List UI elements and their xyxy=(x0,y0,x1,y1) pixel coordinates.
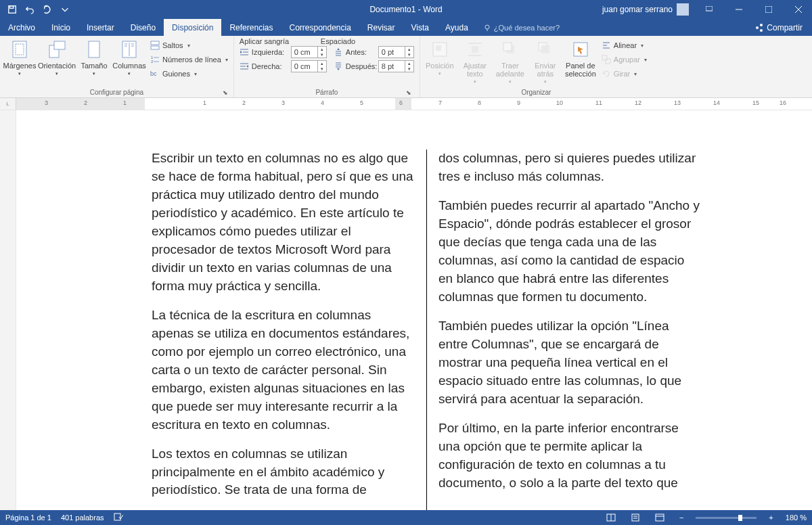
paragraph: También puedes utilizar la opción "Línea… xyxy=(438,317,701,409)
hyphenation-button[interactable]: bcGuiones xyxy=(148,67,231,81)
minimize-button[interactable] xyxy=(725,0,752,19)
svg-rect-1 xyxy=(10,6,14,9)
paragraph: La técnica de la escritura en columnas a… xyxy=(152,306,414,434)
indent-left-label: Izquierda: xyxy=(252,48,288,56)
bring-forward-icon xyxy=(499,39,521,60)
rotate-icon xyxy=(602,69,611,78)
zoom-out-button[interactable]: − xyxy=(677,513,686,522)
tab-layout[interactable]: Disposición xyxy=(164,19,221,36)
title-bar: Documento1 - Word juan gomar serrano xyxy=(0,0,812,19)
svg-rect-63 xyxy=(656,514,664,521)
columns-icon xyxy=(118,39,140,60)
space-after-label: Después: xyxy=(346,62,376,70)
ribbon: Márgenes▾ Orientación▾ Tamaño▾ Columnas▾… xyxy=(0,36,812,98)
redo-button[interactable] xyxy=(39,1,55,18)
column-1[interactable]: Escribir un texto en columnas no es algo… xyxy=(152,150,414,510)
tab-file[interactable]: Archivo xyxy=(0,19,43,36)
zoom-slider[interactable] xyxy=(696,517,757,519)
line-numbers-icon: 12 xyxy=(150,55,160,64)
column-2[interactable]: dos columnas, pero si quieres puedes uti… xyxy=(438,150,701,510)
svg-rect-56 xyxy=(606,59,610,64)
size-button[interactable]: Tamaño▾ xyxy=(77,37,111,76)
svg-rect-43 xyxy=(436,45,441,51)
tab-home[interactable]: Inicio xyxy=(43,19,78,36)
read-mode-button[interactable] xyxy=(604,511,618,524)
svg-rect-16 xyxy=(89,41,99,58)
margins-button[interactable]: Márgenes▾ xyxy=(3,37,37,76)
tab-view[interactable]: Vista xyxy=(403,19,437,36)
align-icon xyxy=(602,41,611,50)
tab-design[interactable]: Diseño xyxy=(122,19,164,36)
window-title: Documento1 - Word xyxy=(369,5,442,14)
indent-header: Aplicar sangría xyxy=(240,37,321,45)
svg-rect-23 xyxy=(151,41,159,45)
undo-button[interactable] xyxy=(22,1,38,18)
zoom-level[interactable]: 180 % xyxy=(786,513,807,522)
horizontal-ruler[interactable]: L 32112345678910111213141516 xyxy=(0,98,812,110)
svg-point-9 xyxy=(756,26,759,29)
spell-check-icon[interactable] xyxy=(114,513,123,522)
svg-text:bc: bc xyxy=(150,70,157,77)
group-label-paragraph: Párrafo⬊ xyxy=(240,88,414,97)
close-button[interactable] xyxy=(785,0,812,19)
group-label-arrange: Organizar xyxy=(423,88,650,97)
avatar xyxy=(677,3,689,16)
quick-access-toolbar xyxy=(0,1,73,18)
svg-rect-2 xyxy=(706,6,713,11)
spacing-header: Espaciado xyxy=(321,37,355,45)
ribbon-options-button[interactable] xyxy=(696,0,723,19)
tab-insert[interactable]: Insertar xyxy=(78,19,122,36)
ruler-corner: L xyxy=(0,98,16,110)
indent-left-input[interactable]: 0 cm▲▼ xyxy=(291,46,327,58)
paragraph: También puedes recurrir al apartado "Anc… xyxy=(438,197,701,306)
vertical-ruler[interactable] xyxy=(0,110,16,510)
svg-rect-4 xyxy=(765,6,772,13)
user-account[interactable]: juan gomar serrano xyxy=(598,3,693,16)
space-after-input[interactable]: 8 pt▲▼ xyxy=(378,60,414,72)
indent-right-icon xyxy=(240,62,249,71)
svg-point-10 xyxy=(760,24,763,26)
line-numbers-button[interactable]: 12Números de línea xyxy=(148,53,231,66)
paragraph-launcher[interactable]: ⬊ xyxy=(406,89,411,96)
space-before-input[interactable]: 0 pt▲▼ xyxy=(378,46,414,58)
group-arrange: Posición▾ Ajustar texto▾ Traer adelante▾… xyxy=(420,36,652,97)
share-button[interactable]: Compartir xyxy=(745,19,812,36)
zoom-in-button[interactable]: + xyxy=(766,513,775,522)
svg-point-11 xyxy=(760,29,763,32)
selection-pane-icon xyxy=(570,39,591,60)
print-layout-button[interactable] xyxy=(628,511,643,524)
ribbon-tabs: Archivo Inicio Insertar Diseño Disposici… xyxy=(0,19,812,36)
page-indicator[interactable]: Página 1 de 1 xyxy=(5,513,51,522)
svg-rect-24 xyxy=(151,46,159,49)
qat-customize-button[interactable] xyxy=(57,1,73,18)
send-backward-icon xyxy=(535,39,556,60)
columns-button[interactable]: Columnas▾ xyxy=(112,37,146,76)
tab-references[interactable]: Referencias xyxy=(221,19,281,36)
svg-rect-55 xyxy=(602,55,607,60)
orientation-icon xyxy=(46,39,68,60)
web-layout-button[interactable] xyxy=(652,511,667,524)
word-count[interactable]: 401 palabras xyxy=(61,513,104,522)
breaks-button[interactable]: Saltos xyxy=(148,39,231,52)
orientation-button[interactable]: Orientación▾ xyxy=(38,37,76,76)
column-divider xyxy=(426,150,427,510)
save-button[interactable] xyxy=(4,1,20,18)
size-icon xyxy=(83,39,105,60)
status-bar: Página 1 de 1 401 palabras − + 180 % xyxy=(0,510,812,525)
tell-me-search[interactable]: ¿Qué desea hacer? xyxy=(476,19,566,36)
align-button[interactable]: Alinear xyxy=(599,39,650,52)
svg-rect-48 xyxy=(503,43,512,51)
tab-mailings[interactable]: Correspondencia xyxy=(281,19,359,36)
document-viewport[interactable]: Escribir un texto en columnas no es algo… xyxy=(16,110,812,510)
selection-pane-button[interactable]: Panel de selección xyxy=(564,37,597,78)
margins-icon xyxy=(9,39,30,60)
page-setup-launcher[interactable]: ⬊ xyxy=(223,89,228,96)
group-page-setup: Márgenes▾ Orientación▾ Tamaño▾ Columnas▾… xyxy=(0,36,234,97)
indent-right-input[interactable]: 0 cm▲▼ xyxy=(291,60,327,72)
paragraph: Escribir un texto en columnas no es algo… xyxy=(152,150,414,296)
tab-help[interactable]: Ayuda xyxy=(437,19,476,36)
tab-review[interactable]: Revisar xyxy=(359,19,403,36)
group-label-page-setup: Configurar página⬊ xyxy=(3,88,231,97)
maximize-button[interactable] xyxy=(755,0,782,19)
svg-rect-44 xyxy=(472,46,478,53)
